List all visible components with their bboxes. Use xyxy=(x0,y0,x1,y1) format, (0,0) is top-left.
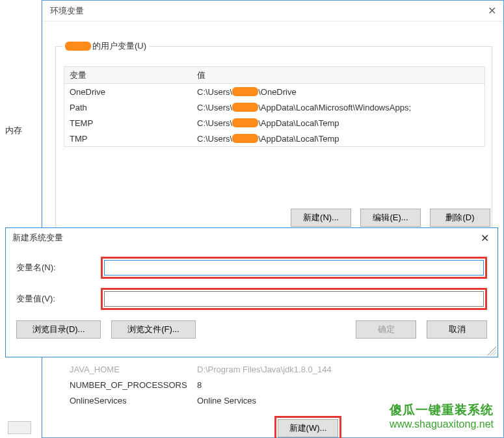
env-vars-window: 环境变量 ✕ 的用户变量(U) 变量 值 OneDrive C:\Users\\… xyxy=(42,0,504,438)
resize-grip-icon[interactable] xyxy=(487,346,496,355)
sys-new-button[interactable]: 新建(W)... xyxy=(278,419,338,437)
table-row[interactable]: TMP C:\Users\\AppData\Local\Temp xyxy=(64,131,484,146)
cell-var: OnlineServices xyxy=(64,396,194,406)
var-name-input[interactable] xyxy=(104,260,484,276)
user-vars-group-suffix: 的用户变量(U) xyxy=(92,40,146,52)
cell-var: TEMP xyxy=(64,118,194,128)
redacted-username xyxy=(232,103,258,112)
close-icon[interactable]: ✕ xyxy=(485,5,498,17)
watermark-title: 傻瓜一键重装系统 xyxy=(390,403,494,418)
cell-var: Path xyxy=(64,103,194,112)
window-title: 环境变量 xyxy=(47,5,84,17)
table-body: OneDrive C:\Users\\OneDrive Path C:\User… xyxy=(64,84,484,146)
redacted-username xyxy=(232,118,258,127)
bottom-fragment xyxy=(8,421,31,434)
system-vars-peek: JAVA_HOME D:\Program Files\Java\jdk1.8.0… xyxy=(64,361,486,408)
left-panel-fragment: 内存 xyxy=(0,0,42,438)
cell-val: C:\Users\\AppData\Local\Temp xyxy=(194,118,484,128)
new-sys-var-dialog: 新建系统变量 ✕ 变量名(N): 变量值(V): 浏览目录(D)... 浏览文件… xyxy=(5,227,498,357)
cell-var: TMP xyxy=(64,134,194,144)
cell-val: 8 xyxy=(194,380,486,390)
user-vars-group-label: 的用户变量(U) xyxy=(62,40,149,52)
dialog-titlebar: 新建系统变量 ✕ xyxy=(6,228,497,248)
table-row[interactable]: TEMP C:\Users\\AppData\Local\Temp xyxy=(64,115,484,131)
sys-new-highlight: 新建(W)... xyxy=(274,416,341,438)
cell-var: OneDrive xyxy=(64,87,194,97)
edit-button[interactable]: 编辑(E)... xyxy=(360,209,421,227)
redacted-username xyxy=(232,87,258,96)
redacted-username xyxy=(232,134,258,143)
var-value-row: 变量值(V): xyxy=(16,288,487,310)
col-header-value[interactable]: 值 xyxy=(194,70,484,81)
user-vars-buttons: 新建(N)... 编辑(E)... 删除(D) xyxy=(291,209,490,227)
cell-var: NUMBER_OF_PROCESSORS xyxy=(64,380,194,390)
var-name-highlight xyxy=(101,257,487,279)
user-vars-group: 的用户变量(U) 变量 值 OneDrive C:\Users\\OneDriv… xyxy=(55,46,492,228)
delete-button[interactable]: 删除(D) xyxy=(430,209,490,227)
cell-val: C:\Users\\AppData\Local\Microsoft\Window… xyxy=(194,103,484,112)
dialog-title: 新建系统变量 xyxy=(12,232,63,244)
col-header-variable[interactable]: 变量 xyxy=(64,70,194,81)
browse-dir-button[interactable]: 浏览目录(D)... xyxy=(16,320,101,339)
left-panel-label: 内存 xyxy=(5,125,22,136)
table-header: 变量 值 xyxy=(64,67,484,84)
redacted-username xyxy=(65,42,91,51)
ok-button[interactable]: 确定 xyxy=(356,320,416,339)
var-name-row: 变量名(N): xyxy=(16,257,487,279)
titlebar: 环境变量 ✕ xyxy=(42,1,503,21)
table-row[interactable]: Path C:\Users\\AppData\Local\Microsoft\W… xyxy=(64,99,484,115)
table-row[interactable]: OneDrive C:\Users\\OneDrive xyxy=(64,84,484,99)
watermark: 傻瓜一键重装系统 www.shaguaxitong.net xyxy=(390,403,494,430)
table-row[interactable]: JAVA_HOME D:\Program Files\Java\jdk1.8.0… xyxy=(64,361,486,377)
cell-val: C:\Users\\AppData\Local\Temp xyxy=(194,134,484,144)
cancel-button[interactable]: 取消 xyxy=(427,320,487,339)
cell-var: JAVA_HOME xyxy=(64,365,194,374)
cell-val: C:\Users\\OneDrive xyxy=(194,87,484,97)
cell-val: D:\Program Files\Java\jdk1.8.0_144 xyxy=(194,365,486,374)
var-value-input[interactable] xyxy=(104,291,484,307)
var-value-label: 变量值(V): xyxy=(16,293,101,305)
close-icon[interactable]: ✕ xyxy=(471,232,497,244)
new-button[interactable]: 新建(N)... xyxy=(291,209,351,227)
watermark-url: www.shaguaxitong.net xyxy=(390,418,494,430)
user-vars-table[interactable]: 变量 值 OneDrive C:\Users\\OneDrive Path C:… xyxy=(64,66,485,147)
var-name-label: 变量名(N): xyxy=(16,262,101,274)
var-value-highlight xyxy=(101,288,487,310)
table-row[interactable]: NUMBER_OF_PROCESSORS 8 xyxy=(64,377,486,393)
browse-file-button[interactable]: 浏览文件(F)... xyxy=(111,320,196,339)
dialog-buttons: 浏览目录(D)... 浏览文件(F)... 确定 取消 xyxy=(16,320,487,339)
